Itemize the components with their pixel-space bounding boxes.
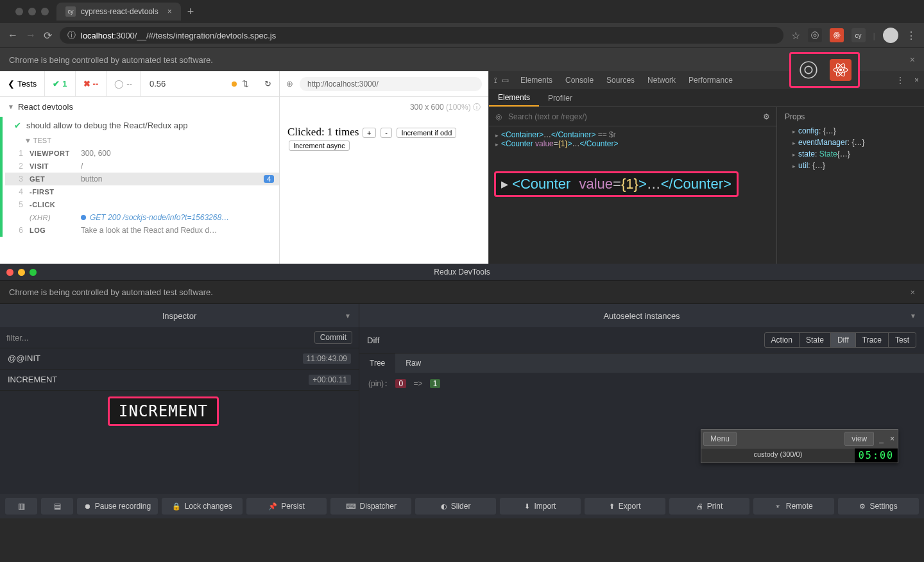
export-button[interactable]: ⬆Export: [585, 498, 665, 515]
decrement-button[interactable]: -: [381, 128, 392, 138]
action-row[interactable]: INCREMENT+00:00.11: [0, 370, 359, 391]
sort-icon[interactable]: ⇅: [242, 79, 249, 89]
overlay-min-icon[interactable]: _: [876, 434, 887, 443]
react-profiler-tab[interactable]: Profiler: [539, 89, 581, 106]
close-tab-icon[interactable]: ×: [167, 7, 172, 16]
inspector-dropdown[interactable]: Inspector▼: [0, 304, 359, 327]
device-toolbar-icon[interactable]: ▭: [502, 76, 509, 85]
prop-row[interactable]: ▸config: {…}: [785, 125, 916, 137]
tab-title: cypress-react-devtools: [81, 7, 158, 16]
pass-count: ✔1: [45, 71, 75, 96]
commit-button[interactable]: Commit: [314, 331, 352, 344]
command-row[interactable]: 5-CLICK: [5, 198, 279, 211]
increment-async-button[interactable]: Increment async: [289, 140, 350, 151]
action-row[interactable]: @@INIT11:09:43.09: [0, 348, 359, 370]
view-tab[interactable]: Test: [889, 333, 916, 347]
layout-left-icon[interactable]: ▥: [5, 498, 37, 515]
pause-recording-button[interactable]: ⏺Pause recording: [77, 498, 158, 515]
view-tab[interactable]: Action: [765, 333, 800, 347]
url-bar[interactable]: ⓘ localhost:3000/__/#/tests/integration/…: [60, 27, 783, 44]
settings-gear-icon[interactable]: ⚙: [763, 112, 770, 121]
command-row[interactable]: 6LOGTake a look at the React and Redux d…: [5, 224, 279, 237]
prop-row[interactable]: ▸util: {…}: [785, 160, 916, 171]
max-dot[interactable]: [41, 8, 49, 15]
back-icon[interactable]: ←: [8, 30, 18, 41]
close-banner-icon[interactable]: ×: [910, 55, 915, 65]
react-elements-tab[interactable]: Elements: [489, 89, 539, 106]
target-icon[interactable]: ◎: [495, 112, 502, 121]
view-tab[interactable]: State: [800, 333, 831, 347]
kebab-menu-icon[interactable]: ⋮: [906, 30, 916, 42]
overlay-menu-button[interactable]: Menu: [703, 432, 737, 446]
view-tab[interactable]: Diff: [831, 333, 856, 347]
svg-point-7: [805, 66, 812, 73]
annotation-increment-highlight: INCREMENT: [108, 396, 219, 426]
test-row[interactable]: ✔should allow to debug the React/Redux a…: [0, 117, 279, 134]
prop-row[interactable]: ▸state: State{…}: [785, 148, 916, 160]
remote-button[interactable]: ᯤRemote: [753, 498, 834, 515]
props-header: Props: [785, 112, 916, 121]
increment-odd-button[interactable]: Increment if odd: [397, 128, 456, 138]
devtools-tab[interactable]: Network: [641, 76, 682, 85]
new-tab-button[interactable]: +: [187, 5, 194, 19]
view-tab[interactable]: Trace: [856, 333, 889, 347]
diff-subtab[interactable]: Tree: [359, 353, 395, 373]
info-icon[interactable]: ⓘ: [67, 30, 76, 41]
command-row[interactable]: 4-FIRST: [5, 185, 279, 198]
devtools-tab[interactable]: Elements: [514, 76, 559, 85]
suite-row[interactable]: ▼React devtools: [0, 97, 279, 117]
redux-close-banner-icon[interactable]: ×: [910, 287, 915, 297]
increment-button[interactable]: +: [363, 128, 375, 138]
traffic-lights[interactable]: [8, 3, 56, 21]
overlay-progress: custody (300/0): [701, 448, 855, 463]
devtools-close-icon[interactable]: ×: [909, 76, 924, 85]
redux-close-dot[interactable]: [6, 269, 13, 276]
layout-bottom-icon[interactable]: ▤: [41, 498, 73, 515]
diff-subtab[interactable]: Raw: [395, 353, 431, 373]
instances-dropdown[interactable]: Autoselect instances▼: [359, 304, 924, 327]
redux-min-dot[interactable]: [18, 269, 25, 276]
print-button[interactable]: 🖨Print: [669, 498, 750, 515]
rerun-button[interactable]: ↻: [257, 79, 279, 89]
tests-back-button[interactable]: ❮Tests: [0, 71, 45, 96]
min-dot[interactable]: [28, 8, 36, 15]
devtools-more-icon[interactable]: ⋮: [891, 76, 909, 85]
slider-button[interactable]: ◐Slider: [415, 498, 496, 515]
inspect-element-icon[interactable]: ⟟: [494, 76, 497, 85]
star-icon[interactable]: ☆: [791, 30, 800, 42]
command-row[interactable]: 1VIEWPORT300, 600: [5, 147, 279, 160]
react-devtools-ext-icon[interactable]: [808, 28, 822, 42]
svg-point-1: [814, 34, 816, 37]
lock-changes-button[interactable]: 🔒Lock changes: [162, 498, 243, 515]
settings-button[interactable]: ⚙Settings: [838, 498, 919, 515]
tab-favicon: cy: [65, 6, 76, 17]
forward-icon[interactable]: →: [26, 30, 36, 41]
component-search-input[interactable]: [508, 112, 757, 121]
component-tree[interactable]: ▸<Container>…</Container> == $r ▸<Counte…: [489, 126, 776, 264]
devtools-tab[interactable]: Performance: [682, 76, 739, 85]
test-section-label: ▼ TEST: [5, 134, 279, 147]
selector-playground-icon[interactable]: ⊕: [286, 79, 293, 89]
import-button[interactable]: ⬇Import: [500, 498, 581, 515]
devtools-tab[interactable]: Sources: [600, 76, 641, 85]
redux-devtools-ext-icon[interactable]: [830, 28, 844, 42]
reload-icon[interactable]: ⟳: [44, 30, 52, 42]
devtools-tab[interactable]: Console: [559, 76, 600, 85]
command-row[interactable]: 2VISIT/: [5, 160, 279, 173]
redux-max-dot[interactable]: [30, 269, 37, 276]
action-filter-input[interactable]: filter...: [6, 333, 29, 343]
dispatcher-button[interactable]: ⌨Dispatcher: [330, 498, 411, 515]
cypress-ext-icon[interactable]: cy: [851, 28, 866, 42]
prop-row[interactable]: ▸eventManager: {…}: [785, 137, 916, 148]
persist-button[interactable]: 📌Persist: [246, 498, 327, 515]
overlay-close-icon[interactable]: ×: [887, 434, 898, 443]
command-row[interactable]: (XHR)GET 200 /sockjs-node/info?t=1563268…: [5, 211, 279, 224]
overlay-view-button[interactable]: view: [844, 432, 874, 446]
redux-traffic-lights[interactable]: [0, 269, 43, 276]
close-dot[interactable]: [15, 8, 23, 15]
profile-avatar[interactable]: [883, 28, 898, 43]
annotation-extensions-highlight: [789, 52, 860, 88]
command-row[interactable]: 3GETbutton4: [5, 173, 279, 185]
browser-tab[interactable]: cy cypress-react-devtools ×: [56, 3, 181, 21]
redux-automation-banner: Chrome is being controlled by automated …: [9, 287, 213, 297]
